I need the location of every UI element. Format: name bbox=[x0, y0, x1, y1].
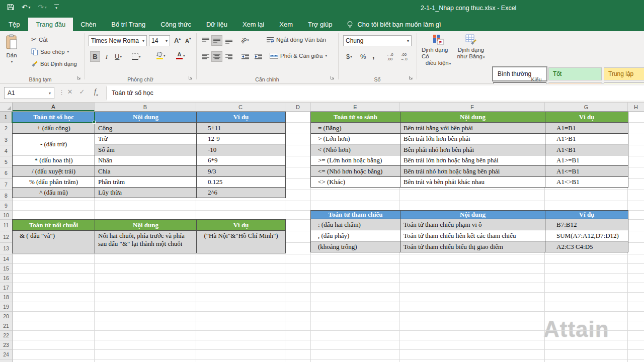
comparison-operators-operator-cell[interactable]: <= (Nhỏ hơn hoặc bằng) bbox=[311, 166, 400, 177]
comparison-operators-example-cell[interactable]: A1<B1 bbox=[545, 144, 628, 155]
tab-8[interactable]: Trợ giúp bbox=[300, 18, 340, 31]
arithmetic-operators-description-cell[interactable]: Phần trăm bbox=[95, 177, 197, 188]
row-header-18[interactable]: 18 bbox=[0, 293, 13, 302]
column-header-H[interactable]: H bbox=[628, 103, 644, 111]
clipboard-dialog-launcher-icon[interactable] bbox=[76, 75, 81, 81]
select-all-corner[interactable] bbox=[0, 103, 13, 111]
tab-4[interactable]: Công thức bbox=[153, 18, 199, 31]
comparison-operators-description-cell[interactable]: Bên trái lớn hơn hoặc bằng bên phải bbox=[400, 155, 545, 166]
arithmetic-operators-example-cell[interactable]: 6*9 bbox=[197, 155, 286, 166]
font-color-button[interactable]: A ▾ bbox=[174, 50, 187, 61]
reference-operators-header-cell[interactable]: Toán tử tham chiếu bbox=[311, 211, 400, 219]
tab-3[interactable]: Bố trí Trang bbox=[104, 18, 153, 31]
conditional-formatting-button[interactable]: ≠ Định dạng Có điều kiện▾ bbox=[422, 34, 455, 67]
arithmetic-operators-description-cell[interactable]: Số âm bbox=[95, 144, 197, 155]
arithmetic-operators-example-cell[interactable]: 9/3 bbox=[197, 166, 286, 177]
column-header-F[interactable]: F bbox=[400, 103, 545, 111]
comparison-operators-description-cell[interactable]: Bên trái lớn hơn bên phải bbox=[400, 134, 545, 144]
cancel-icon[interactable]: ✕ bbox=[64, 88, 75, 96]
comparison-operators-description-cell[interactable]: Bên trái bằng với bên phải bbox=[400, 123, 545, 134]
row-header-2[interactable]: 2 bbox=[0, 123, 13, 134]
concatenation-operator-header-cell[interactable]: Nội dung bbox=[95, 220, 197, 231]
reference-operators-operator-cell[interactable]: , (dấu phẩy) bbox=[311, 230, 400, 241]
formula-input[interactable]: Toán tử số học bbox=[107, 85, 644, 101]
enter-icon[interactable]: ✓ bbox=[76, 88, 88, 96]
decrease-indent-button[interactable] bbox=[239, 51, 252, 62]
format-painter-button[interactable]: Bút Định dạng bbox=[31, 60, 77, 67]
number-dialog-launcher-icon[interactable] bbox=[409, 75, 413, 81]
arithmetic-operators-description-cell[interactable]: Nhân bbox=[95, 155, 197, 166]
align-center-button[interactable] bbox=[211, 51, 222, 62]
comparison-operators-operator-cell[interactable]: >= (Lớn hơn hoặc bằng) bbox=[311, 155, 400, 166]
comparison-operators-description-cell[interactable]: Bên trái nhỏ hơn hoặc bằng bên phải bbox=[400, 166, 545, 177]
arithmetic-operators-operator-cell[interactable]: ^ (dấu mũ) bbox=[13, 188, 95, 198]
name-box[interactable]: A1 ▾ bbox=[4, 87, 54, 99]
row-header-16[interactable]: 16 bbox=[0, 274, 13, 283]
align-right-button[interactable] bbox=[223, 51, 234, 62]
concatenation-operator-operator-cell[interactable]: & ( dấu "và") bbox=[13, 231, 95, 253]
reference-operators-example-cell[interactable]: B7:B12 bbox=[545, 219, 628, 230]
reference-operators-description-cell[interactable]: Toán tử tham chiếu biểu thị giao điểm bbox=[400, 241, 545, 252]
concatenation-operator-example-cell[interactable]: ("Hà Nội"&"Hồ Chí Minh") bbox=[197, 231, 286, 253]
comparison-operators-operator-cell[interactable]: = (Bằng) bbox=[311, 123, 400, 134]
sheet-grid[interactable]: Attain 123456789101112131415161718192021… bbox=[0, 112, 644, 362]
orientation-button[interactable]: ab ▾ bbox=[238, 35, 251, 45]
fill-color-button[interactable]: ▾ bbox=[154, 50, 168, 61]
arithmetic-operators-operator-cell[interactable]: * (dấu hoa thị) bbox=[13, 155, 95, 166]
arithmetic-operators-description-cell[interactable]: Trừ bbox=[95, 134, 197, 144]
comparison-operators-header-cell[interactable]: Ví dụ bbox=[545, 112, 628, 123]
font-size-combo[interactable]: 14 ▾ bbox=[149, 35, 170, 46]
comparison-operators-header-cell[interactable]: Nội dung bbox=[400, 112, 545, 123]
arithmetic-operators-description-cell[interactable]: Cộng bbox=[95, 123, 197, 134]
reference-operators-description-cell[interactable]: Toán tử tham chiếu phạm vi ô bbox=[400, 219, 545, 230]
reference-operators-header-cell[interactable]: Ví dụ bbox=[545, 211, 628, 219]
row-header-13[interactable]: 13 bbox=[0, 243, 13, 254]
row-header-21[interactable]: 21 bbox=[0, 321, 13, 331]
row-header-8[interactable]: 8 bbox=[0, 190, 13, 201]
row-header-19[interactable]: 19 bbox=[0, 302, 13, 312]
tab-2[interactable]: Chèn bbox=[73, 18, 104, 31]
borders-button[interactable]: ▾ bbox=[130, 51, 143, 62]
row-header-10[interactable]: 10 bbox=[0, 211, 13, 220]
concatenation-operator-header-cell[interactable]: Ví dụ bbox=[197, 220, 286, 231]
align-bottom-button[interactable] bbox=[223, 35, 234, 46]
comparison-operators-example-cell[interactable]: A1<>B1 bbox=[545, 177, 628, 188]
italic-button[interactable]: I bbox=[102, 51, 111, 62]
align-middle-button[interactable] bbox=[211, 35, 222, 46]
comparison-operators-description-cell[interactable]: Bên phải nhỏ hơn bên phải bbox=[400, 144, 545, 155]
tab-file[interactable]: Tệp bbox=[0, 18, 28, 31]
row-header-23[interactable]: 23 bbox=[0, 340, 13, 350]
arithmetic-operators-operator-cell[interactable]: + (dấu cộng) bbox=[13, 123, 95, 134]
underline-button[interactable]: U ▾ bbox=[113, 51, 124, 62]
decrease-decimal-button[interactable]: .00→.0 bbox=[398, 51, 410, 62]
arithmetic-operators-example-cell[interactable]: 5+11 bbox=[197, 123, 286, 134]
reference-operators-example-cell[interactable]: A2:C3 C4:D5 bbox=[545, 241, 628, 252]
reference-operators-operator-cell[interactable]: (khoảng trống) bbox=[311, 241, 400, 252]
save-icon[interactable] bbox=[7, 4, 14, 11]
comparison-operators-description-cell[interactable]: Bên trái và bên phải khác nhau bbox=[400, 177, 545, 188]
comparison-operators-operator-cell[interactable]: <> (Khác) bbox=[311, 177, 400, 188]
row-header-20[interactable]: 20 bbox=[0, 312, 13, 321]
comparison-operators-header-cell[interactable]: Toán tử so sánh bbox=[311, 112, 400, 123]
reference-operators-description-cell[interactable]: Toán tử tham chiếu liên kết các tham chi… bbox=[400, 230, 545, 241]
cell-style-2[interactable]: Trung lập bbox=[604, 67, 644, 80]
align-left-button[interactable] bbox=[200, 51, 211, 62]
customize-quick-access-icon[interactable]: ▾ bbox=[54, 5, 59, 10]
comparison-operators-operator-cell[interactable]: < (Nhỏ hơn) bbox=[311, 144, 400, 155]
column-header-C[interactable]: C bbox=[196, 103, 285, 111]
alignment-dialog-launcher-icon[interactable] bbox=[330, 75, 335, 81]
comparison-operators-example-cell[interactable]: A1=B1 bbox=[545, 123, 628, 134]
paste-button[interactable]: Dán ▾ bbox=[5, 34, 18, 64]
column-header-E[interactable]: E bbox=[311, 103, 400, 111]
row-header-22[interactable]: 22 bbox=[0, 331, 13, 340]
column-header-B[interactable]: B bbox=[95, 103, 196, 111]
merge-center-button[interactable]: Phối & Căn giữa ▾ bbox=[270, 53, 327, 59]
row-header-14[interactable]: 14 bbox=[0, 254, 13, 264]
row-header-9[interactable]: 9 bbox=[0, 201, 13, 211]
comparison-operators-operator-cell[interactable]: > (Lớn hơn) bbox=[311, 134, 400, 144]
row-header-12[interactable]: 12 bbox=[0, 231, 13, 243]
font-dialog-launcher-icon[interactable] bbox=[188, 75, 193, 81]
row-header-17[interactable]: 17 bbox=[0, 283, 13, 293]
arithmetic-operators-description-cell[interactable]: Chia bbox=[95, 166, 197, 177]
shrink-font-button[interactable]: A▾ bbox=[183, 35, 193, 46]
